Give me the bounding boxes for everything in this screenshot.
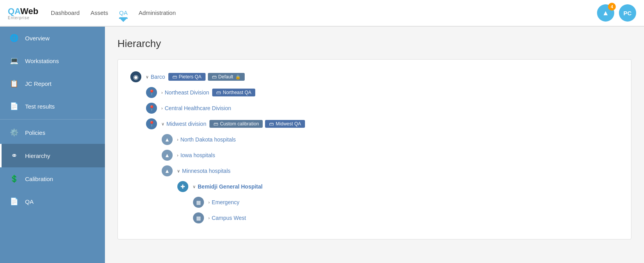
sidebar-item-overview[interactable]: 🌐 Overview: [0, 27, 105, 49]
northdakota-label[interactable]: North Dakota hospitals: [180, 136, 236, 143]
hierarchy-tree: ◉ ∨ Barco 🗃 Pieters QA 🗃 Default 🔒: [130, 69, 619, 226]
hierarchy-icon: ⚭: [9, 151, 19, 160]
bemidji-toggle[interactable]: ∨: [193, 184, 196, 189]
tree-row-campuswest: ▦ › Campus West: [130, 210, 619, 226]
nav-icons: ▲ 4 PC: [597, 4, 636, 22]
central-icon: 📍: [146, 103, 157, 114]
nav-assets-wrap: Assets: [90, 9, 108, 16]
tree-row-minnesota: ▲ ∨ Minnesota hospitals: [130, 163, 619, 179]
nav-admin-wrap: Administration: [139, 9, 176, 16]
northeast-toggle[interactable]: ›: [161, 90, 163, 95]
barco-tag-default[interactable]: 🗃 Default 🔒: [208, 73, 245, 81]
pietersqa-tag-label: Pieters QA: [179, 74, 202, 80]
user-avatar-button[interactable]: PC: [619, 4, 636, 22]
globe-icon: 🌐: [9, 34, 19, 42]
sidebar-label-jc-report: JC Report: [25, 80, 52, 87]
sidebar-item-qa[interactable]: 📄 QA: [0, 190, 105, 213]
midwest-toggle[interactable]: ∨: [161, 122, 164, 127]
nav-dashboard[interactable]: Dashboard: [51, 8, 79, 18]
northeast-tag-icon: 🗃: [216, 90, 221, 95]
emergency-toggle[interactable]: ›: [208, 200, 210, 205]
barco-label[interactable]: Barco: [151, 74, 165, 80]
content-area: Hierarchy ◉ ∨ Barco 🗃 Pieters QA 🗃 Defau…: [105, 27, 644, 263]
gear-icon: ⚙️: [9, 128, 19, 137]
midwest-tag-icon: 🗃: [269, 121, 274, 127]
sidebar-label-policies: Policies: [25, 129, 45, 136]
default-lock-icon: 🔒: [235, 74, 241, 80]
tree-row-midwest: 📍 ∨ Midwest division 🗃 Custom calibratio…: [130, 116, 619, 132]
calibration-icon: 💲: [9, 174, 19, 183]
emergency-icon: ▦: [193, 197, 204, 208]
sidebar-item-jc-report[interactable]: 📋 JC Report: [0, 72, 105, 95]
nav-administration[interactable]: Administration: [139, 8, 176, 18]
topnav: QAWeb Enterprise Dashboard Assets QA Adm…: [0, 0, 644, 27]
midwest-tag-custom[interactable]: 🗃 Custom calibration: [209, 120, 263, 128]
northdakota-icon: ▲: [162, 134, 173, 145]
test-results-icon: 📄: [9, 102, 19, 111]
nav-dashboard-wrap: Dashboard: [51, 9, 79, 16]
barco-toggle[interactable]: ∨: [146, 74, 149, 80]
tree-row-central: 📍 › Central Healthcare Division: [130, 100, 619, 116]
page-title: Hierarchy: [117, 38, 631, 50]
default-tag-icon: 🗃: [212, 74, 216, 80]
active-tab-indicator: [119, 18, 127, 22]
sidebar-label-qa: QA: [25, 198, 34, 205]
central-label[interactable]: Central Healthcare Division: [165, 105, 231, 111]
sidebar-label-overview: Overview: [25, 35, 50, 42]
campuswest-toggle[interactable]: ›: [208, 216, 210, 220]
nav-links: Dashboard Assets QA Administration: [51, 9, 176, 16]
sidebar-label-hierarchy: Hierarchy: [25, 152, 50, 159]
hierarchy-card: ◉ ∨ Barco 🗃 Pieters QA 🗃 Default 🔒: [117, 59, 631, 239]
tree-row-northdakota: ▲ › North Dakota hospitals: [130, 132, 619, 147]
campuswest-label[interactable]: Campus West: [212, 215, 246, 221]
northeast-tag-qa[interactable]: 🗃 Northeast QA: [212, 89, 255, 96]
alert-badge: 4: [608, 3, 616, 11]
sidebar-item-workstations[interactable]: 💻 Workstations: [0, 49, 105, 72]
bemidji-label[interactable]: Bemidji General Hospital: [198, 183, 263, 190]
sidebar: 🌐 Overview 💻 Workstations 📋 JC Report 📄 …: [0, 27, 105, 263]
tree-row-iowa: ▲ › Iowa hospitals: [130, 147, 619, 163]
default-tag-label: Default: [218, 74, 233, 80]
midwest-icon: 📍: [146, 118, 157, 129]
sidebar-item-test-results[interactable]: 📄 Test results: [0, 95, 105, 118]
nav-qa[interactable]: QA: [119, 8, 128, 19]
northeast-icon: 📍: [146, 87, 157, 98]
alert-button[interactable]: ▲ 4: [597, 4, 614, 22]
northeast-label[interactable]: Northeast Division: [165, 89, 209, 96]
minnesota-label[interactable]: Minnesota hospitals: [182, 168, 231, 174]
minnesota-toggle[interactable]: ∨: [177, 169, 180, 174]
central-toggle[interactable]: ›: [161, 106, 163, 111]
northeast-tag-label: Northeast QA: [223, 90, 251, 95]
pietersqa-tag-icon: 🗃: [172, 74, 177, 80]
minnesota-icon: ▲: [162, 165, 173, 176]
midwest-label[interactable]: Midwest division: [166, 121, 206, 127]
iowa-toggle[interactable]: ›: [177, 153, 179, 158]
logo-enterprise: Enterprise: [8, 16, 30, 20]
barco-tag-pietersqa[interactable]: 🗃 Pieters QA: [168, 73, 206, 81]
emergency-label[interactable]: Emergency: [212, 199, 240, 205]
sidebar-item-calibration[interactable]: 💲 Calibration: [0, 167, 105, 190]
barco-icon: ◉: [130, 71, 141, 82]
campuswest-icon: ▦: [193, 212, 204, 223]
bemidji-icon: ✚: [177, 181, 188, 192]
sidebar-item-policies[interactable]: ⚙️ Policies: [0, 121, 105, 144]
northdakota-toggle[interactable]: ›: [177, 137, 179, 142]
tree-row-bemidji: ✚ ∨ Bemidji General Hospital: [130, 179, 619, 194]
sidebar-item-hierarchy[interactable]: ⚭ Hierarchy: [0, 144, 105, 167]
logo-qa-text: QA: [8, 6, 20, 16]
tree-row-northeast: 📍 › Northeast Division 🗃 Northeast QA: [130, 85, 619, 100]
midwest-tag-label: Midwest QA: [276, 121, 301, 127]
iowa-label[interactable]: Iowa hospitals: [180, 152, 215, 158]
logo-web-text: Web: [20, 6, 38, 16]
monitor-icon: 💻: [9, 56, 19, 65]
nav-assets[interactable]: Assets: [90, 8, 108, 18]
custom-tag-icon: 🗃: [213, 121, 218, 127]
main-layout: 🌐 Overview 💻 Workstations 📋 JC Report 📄 …: [0, 27, 644, 263]
sidebar-label-workstations: Workstations: [25, 58, 59, 64]
midwest-tag-qa[interactable]: 🗃 Midwest QA: [265, 120, 305, 128]
custom-tag-label: Custom calibration: [220, 121, 259, 127]
sidebar-label-test-results: Test results: [25, 103, 55, 110]
qa-icon: 📄: [9, 197, 19, 206]
jc-report-icon: 📋: [9, 79, 19, 88]
sidebar-divider-1: [0, 119, 105, 120]
